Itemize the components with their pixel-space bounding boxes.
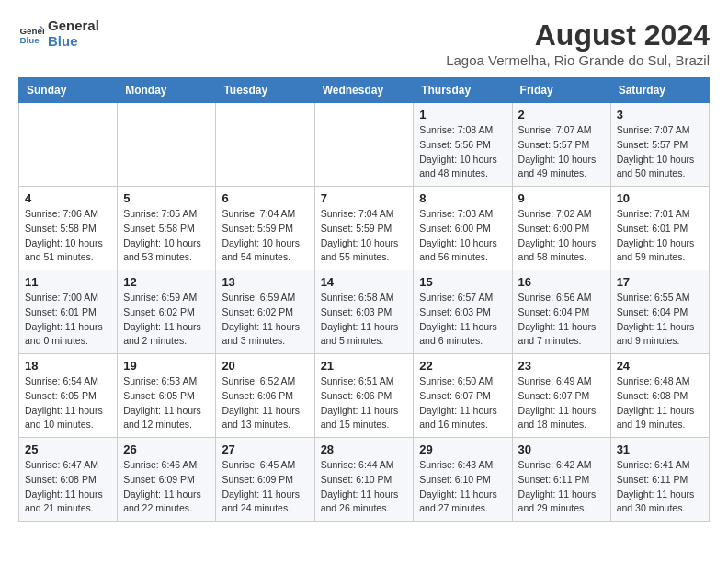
calendar-cell: 14Sunrise: 6:58 AMSunset: 6:03 PMDayligh… [314, 270, 414, 354]
day-info: Sunrise: 7:00 AMSunset: 6:01 PMDaylight:… [25, 291, 111, 349]
day-info: Sunrise: 6:48 AMSunset: 6:08 PMDaylight:… [617, 374, 703, 432]
day-number: 10 [617, 191, 703, 205]
weekday-header-sunday: Sunday [19, 78, 118, 103]
day-number: 1 [419, 108, 506, 121]
day-info: Sunrise: 6:44 AMSunset: 6:10 PMDaylight:… [321, 458, 408, 516]
day-info: Sunrise: 7:01 AMSunset: 6:01 PMDaylight:… [617, 207, 703, 265]
day-info: Sunrise: 7:05 AMSunset: 5:58 PMDaylight:… [123, 207, 210, 265]
logo-general: General [48, 18, 99, 34]
day-number: 17 [617, 275, 703, 289]
calendar-cell: 1Sunrise: 7:08 AMSunset: 5:56 PMDaylight… [414, 103, 512, 187]
calendar-cell: 8Sunrise: 7:03 AMSunset: 6:00 PMDaylight… [414, 187, 512, 270]
day-number: 16 [518, 275, 605, 289]
day-number: 2 [518, 108, 605, 121]
day-number: 8 [419, 191, 506, 205]
day-info: Sunrise: 6:57 AMSunset: 6:03 PMDaylight:… [419, 291, 506, 349]
day-number: 19 [123, 359, 210, 373]
calendar-cell: 26Sunrise: 6:46 AMSunset: 6:09 PMDayligh… [118, 438, 216, 522]
calendar-cell: 4Sunrise: 7:06 AMSunset: 5:58 PMDaylight… [19, 187, 118, 270]
calendar-week-5: 25Sunrise: 6:47 AMSunset: 6:08 PMDayligh… [19, 438, 710, 522]
day-info: Sunrise: 7:03 AMSunset: 6:00 PMDaylight:… [419, 207, 506, 265]
day-number: 6 [222, 191, 308, 205]
day-number: 23 [518, 359, 605, 373]
day-number: 18 [25, 359, 111, 373]
calendar-cell: 19Sunrise: 6:53 AMSunset: 6:05 PMDayligh… [118, 354, 216, 438]
day-number: 28 [321, 442, 408, 456]
title-block: August 2024 Lagoa Vermelha, Rio Grande d… [446, 18, 710, 68]
day-number: 20 [222, 359, 308, 373]
calendar-cell: 29Sunrise: 6:43 AMSunset: 6:10 PMDayligh… [414, 438, 512, 522]
calendar-table: SundayMondayTuesdayWednesdayThursdayFrid… [18, 77, 710, 522]
calendar-cell: 21Sunrise: 6:51 AMSunset: 6:06 PMDayligh… [314, 354, 414, 438]
calendar-cell: 24Sunrise: 6:48 AMSunset: 6:08 PMDayligh… [610, 354, 709, 438]
calendar-cell: 27Sunrise: 6:45 AMSunset: 6:09 PMDayligh… [216, 438, 314, 522]
weekday-header-friday: Friday [512, 78, 610, 103]
day-info: Sunrise: 7:02 AMSunset: 6:00 PMDaylight:… [518, 207, 605, 265]
day-number: 25 [25, 442, 111, 456]
day-info: Sunrise: 6:49 AMSunset: 6:07 PMDaylight:… [518, 374, 605, 432]
day-number: 31 [617, 442, 703, 456]
day-info: Sunrise: 6:55 AMSunset: 6:04 PMDaylight:… [617, 291, 703, 349]
day-info: Sunrise: 6:52 AMSunset: 6:06 PMDaylight:… [222, 374, 308, 432]
day-info: Sunrise: 6:41 AMSunset: 6:11 PMDaylight:… [617, 458, 703, 516]
calendar-cell: 28Sunrise: 6:44 AMSunset: 6:10 PMDayligh… [314, 438, 414, 522]
calendar-week-4: 18Sunrise: 6:54 AMSunset: 6:05 PMDayligh… [19, 354, 710, 438]
calendar-cell: 10Sunrise: 7:01 AMSunset: 6:01 PMDayligh… [610, 187, 709, 270]
calendar-cell: 25Sunrise: 6:47 AMSunset: 6:08 PMDayligh… [19, 438, 118, 522]
calendar-cell: 5Sunrise: 7:05 AMSunset: 5:58 PMDaylight… [118, 187, 216, 270]
weekday-header-thursday: Thursday [414, 78, 512, 103]
weekday-header-tuesday: Tuesday [216, 78, 314, 103]
calendar-cell: 3Sunrise: 7:07 AMSunset: 5:57 PMDaylight… [610, 103, 709, 187]
calendar-cell [118, 103, 216, 187]
day-info: Sunrise: 6:47 AMSunset: 6:08 PMDaylight:… [25, 458, 111, 516]
calendar-cell: 17Sunrise: 6:55 AMSunset: 6:04 PMDayligh… [610, 270, 709, 354]
calendar-cell: 30Sunrise: 6:42 AMSunset: 6:11 PMDayligh… [512, 438, 610, 522]
calendar-body: 1Sunrise: 7:08 AMSunset: 5:56 PMDaylight… [19, 103, 710, 522]
day-number: 12 [123, 275, 210, 289]
day-info: Sunrise: 7:04 AMSunset: 5:59 PMDaylight:… [222, 207, 308, 265]
calendar-cell: 12Sunrise: 6:59 AMSunset: 6:02 PMDayligh… [118, 270, 216, 354]
day-info: Sunrise: 6:46 AMSunset: 6:09 PMDaylight:… [123, 458, 210, 516]
month-year-title: August 2024 [446, 18, 710, 52]
calendar-cell: 18Sunrise: 6:54 AMSunset: 6:05 PMDayligh… [19, 354, 118, 438]
calendar-cell: 2Sunrise: 7:07 AMSunset: 5:57 PMDaylight… [512, 103, 610, 187]
day-info: Sunrise: 6:54 AMSunset: 6:05 PMDaylight:… [25, 374, 111, 432]
calendar-cell: 11Sunrise: 7:00 AMSunset: 6:01 PMDayligh… [19, 270, 118, 354]
calendar-header-row: SundayMondayTuesdayWednesdayThursdayFrid… [19, 78, 710, 103]
calendar-week-1: 1Sunrise: 7:08 AMSunset: 5:56 PMDaylight… [19, 103, 710, 187]
day-number: 3 [617, 108, 703, 121]
day-info: Sunrise: 7:08 AMSunset: 5:56 PMDaylight:… [419, 123, 506, 181]
day-info: Sunrise: 7:06 AMSunset: 5:58 PMDaylight:… [25, 207, 111, 265]
calendar-cell [216, 103, 314, 187]
weekday-header-saturday: Saturday [610, 78, 709, 103]
day-info: Sunrise: 6:42 AMSunset: 6:11 PMDaylight:… [518, 458, 605, 516]
day-info: Sunrise: 7:07 AMSunset: 5:57 PMDaylight:… [617, 123, 703, 181]
logo-blue: Blue [48, 34, 99, 50]
day-number: 9 [518, 191, 605, 205]
day-info: Sunrise: 6:43 AMSunset: 6:10 PMDaylight:… [419, 458, 506, 516]
svg-text:Blue: Blue [19, 34, 40, 44]
calendar-cell: 13Sunrise: 6:59 AMSunset: 6:02 PMDayligh… [216, 270, 314, 354]
weekday-header-monday: Monday [118, 78, 216, 103]
page-header: General Blue General Blue August 2024 La… [18, 18, 710, 68]
calendar-cell: 9Sunrise: 7:02 AMSunset: 6:00 PMDaylight… [512, 187, 610, 270]
day-info: Sunrise: 7:04 AMSunset: 5:59 PMDaylight:… [321, 207, 408, 265]
calendar-week-2: 4Sunrise: 7:06 AMSunset: 5:58 PMDaylight… [19, 187, 710, 270]
calendar-cell: 23Sunrise: 6:49 AMSunset: 6:07 PMDayligh… [512, 354, 610, 438]
calendar-cell: 6Sunrise: 7:04 AMSunset: 5:59 PMDaylight… [216, 187, 314, 270]
calendar-cell: 31Sunrise: 6:41 AMSunset: 6:11 PMDayligh… [610, 438, 709, 522]
day-info: Sunrise: 6:58 AMSunset: 6:03 PMDaylight:… [321, 291, 408, 349]
day-number: 15 [419, 275, 506, 289]
calendar-cell: 7Sunrise: 7:04 AMSunset: 5:59 PMDaylight… [314, 187, 414, 270]
day-number: 4 [25, 191, 111, 205]
day-info: Sunrise: 7:07 AMSunset: 5:57 PMDaylight:… [518, 123, 605, 181]
day-info: Sunrise: 6:53 AMSunset: 6:05 PMDaylight:… [123, 374, 210, 432]
location-subtitle: Lagoa Vermelha, Rio Grande do Sul, Brazi… [446, 52, 710, 68]
calendar-cell: 20Sunrise: 6:52 AMSunset: 6:06 PMDayligh… [216, 354, 314, 438]
day-number: 30 [518, 442, 605, 456]
day-info: Sunrise: 6:56 AMSunset: 6:04 PMDaylight:… [518, 291, 605, 349]
day-number: 13 [222, 275, 308, 289]
day-info: Sunrise: 6:51 AMSunset: 6:06 PMDaylight:… [321, 374, 408, 432]
calendar-cell: 16Sunrise: 6:56 AMSunset: 6:04 PMDayligh… [512, 270, 610, 354]
day-number: 26 [123, 442, 210, 456]
